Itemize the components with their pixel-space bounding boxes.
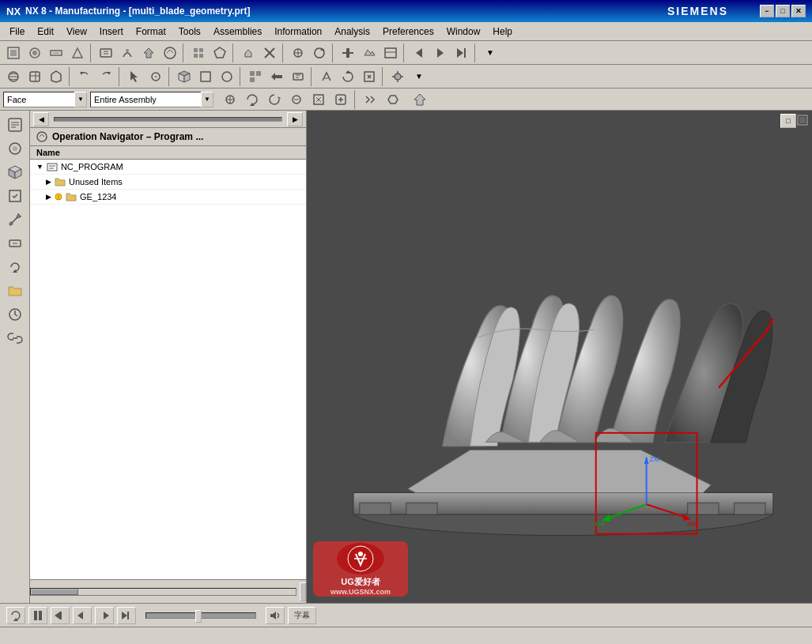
tb2-view1[interactable]	[174, 67, 195, 86]
tb2-select[interactable]	[124, 67, 145, 86]
filter-tb-1[interactable]	[220, 90, 240, 109]
tb-btn-8[interactable]	[160, 43, 180, 62]
tb-btn-16[interactable]	[359, 43, 380, 62]
tb-play-fwd2[interactable]	[451, 43, 472, 62]
menu-format[interactable]: Format	[130, 24, 172, 39]
filter-tb-9[interactable]	[410, 90, 430, 109]
menu-information[interactable]: Information	[268, 24, 328, 39]
bt-step-back-btn[interactable]	[73, 607, 92, 624]
filter-tb-6[interactable]	[330, 90, 351, 109]
menu-assemblies[interactable]: Assemblies	[207, 24, 268, 39]
nav-resize-handle[interactable]	[300, 582, 306, 601]
menu-tools[interactable]: Tools	[172, 24, 207, 39]
tb-btn-7[interactable]	[138, 43, 159, 62]
svg-rect-39	[201, 72, 210, 81]
bt-rewind-btn[interactable]	[51, 607, 70, 624]
assembly-filter-select[interactable]: Entire Assembly	[90, 92, 201, 107]
filter-tb-5[interactable]	[308, 90, 329, 109]
minimize-button[interactable]: −	[760, 5, 774, 17]
nav-hscrollbar[interactable]	[30, 588, 296, 596]
tb-btn-4[interactable]	[67, 43, 88, 62]
face-filter-select[interactable]: Face	[3, 92, 74, 107]
tb2-btn-more5[interactable]	[338, 67, 358, 86]
tb2-btn-2[interactable]	[25, 67, 45, 86]
tb2-btn-more1[interactable]	[245, 67, 266, 86]
tb-btn-14[interactable]	[309, 43, 330, 62]
face-filter-arrow[interactable]: ▼	[74, 92, 87, 107]
menu-help[interactable]: Help	[486, 24, 519, 39]
tb-btn-3[interactable]	[46, 43, 66, 62]
tb-play-back[interactable]	[409, 43, 429, 62]
tb2-btn-more4[interactable]	[316, 67, 337, 86]
menu-analysis[interactable]: Analysis	[328, 24, 376, 39]
bt-slider-thumb[interactable]	[195, 610, 202, 623]
sidebar-icon-method[interactable]	[4, 185, 26, 207]
bt-caption-btn[interactable]: 字幕	[288, 607, 316, 624]
nav-tab-back[interactable]: ◀	[33, 112, 49, 126]
tb-btn-9[interactable]	[188, 43, 209, 62]
tb2-snap[interactable]	[145, 67, 166, 86]
filter-tb-4[interactable]	[286, 90, 307, 109]
bt-fastfwd-btn[interactable]	[117, 607, 136, 624]
tb-btn-1[interactable]	[3, 43, 24, 62]
tree-item-ge1234[interactable]: ▶ ! GE_1234	[30, 190, 306, 205]
filter-tb-2[interactable]	[242, 90, 262, 109]
maximize-button[interactable]: □	[776, 5, 790, 17]
tb-play-fwd[interactable]	[430, 43, 451, 62]
menu-preferences[interactable]: Preferences	[376, 24, 440, 39]
viewport-restore-btn[interactable]: □	[780, 114, 796, 128]
tb-btn-6[interactable]	[117, 43, 138, 62]
tb2-btn-more8[interactable]: ▼	[409, 67, 429, 86]
tb-btn-18[interactable]: ▼	[480, 43, 500, 62]
tb-btn-12[interactable]	[259, 43, 280, 62]
sidebar-icon-clock[interactable]	[4, 303, 26, 326]
tb2-btn-more3[interactable]	[288, 67, 308, 86]
nav-hscroll-thumb[interactable]	[31, 589, 78, 595]
nav-tab-fwd[interactable]: ▶	[287, 112, 303, 126]
menu-insert[interactable]: Insert	[93, 24, 130, 39]
bt-home-btn[interactable]	[6, 607, 25, 624]
bt-step-fwd-btn[interactable]	[95, 607, 114, 624]
tb2-undo[interactable]	[74, 67, 95, 86]
tree-item-nc-program[interactable]: ▼ NC_PROGRAM	[30, 160, 306, 175]
sidebar-icon-folder[interactable]	[4, 280, 26, 302]
menu-file[interactable]: File	[3, 24, 31, 39]
assembly-filter-arrow[interactable]: ▼	[201, 92, 213, 107]
menu-window[interactable]: Window	[440, 24, 487, 39]
sidebar-icon-geometry[interactable]	[4, 161, 26, 183]
svg-line-81	[15, 314, 17, 316]
bt-volume-btn[interactable]	[266, 607, 285, 624]
viewport[interactable]: □	[307, 111, 812, 603]
menu-edit[interactable]: Edit	[31, 24, 60, 39]
bt-pause-btn[interactable]	[28, 607, 47, 624]
tb-btn-13[interactable]	[288, 43, 308, 62]
tb2-btn-more2[interactable]	[266, 67, 287, 86]
sidebar-icon-refresh[interactable]	[4, 256, 26, 278]
filter-tb-3[interactable]	[264, 90, 285, 109]
tb2-view3[interactable]	[217, 67, 237, 86]
tb2-btn-more7[interactable]	[387, 67, 408, 86]
tb-btn-11[interactable]	[238, 43, 259, 62]
filter-tb-8[interactable]	[383, 90, 403, 109]
bt-progress-slider[interactable]	[145, 612, 256, 619]
filter-tb-7[interactable]	[361, 90, 381, 109]
tb2-redo[interactable]	[96, 67, 116, 86]
tree-item-unused[interactable]: ▶ Unused Items	[30, 175, 306, 190]
tb2-btn-more6[interactable]	[359, 67, 380, 86]
close-button[interactable]: ✕	[791, 5, 806, 17]
menu-view[interactable]: View	[60, 24, 93, 39]
sidebar-icon-machine[interactable]	[4, 137, 26, 160]
sidebar-icon-link[interactable]	[4, 327, 26, 349]
tb-btn-10[interactable]	[210, 43, 230, 62]
tb2-view2[interactable]	[195, 67, 216, 86]
tb-btn-17[interactable]	[380, 43, 401, 62]
tb-btn-2[interactable]	[25, 43, 45, 62]
viewport-corner-btn[interactable]	[796, 114, 809, 128]
sidebar-icon-tool[interactable]	[4, 209, 26, 231]
tb2-btn-3[interactable]	[46, 67, 66, 86]
sidebar-icon-program[interactable]	[4, 114, 26, 136]
tb-btn-15[interactable]	[338, 43, 358, 62]
sidebar-icon-op[interactable]	[4, 232, 26, 254]
tb-btn-5[interactable]	[96, 43, 116, 62]
tb2-btn-1[interactable]	[3, 67, 24, 86]
